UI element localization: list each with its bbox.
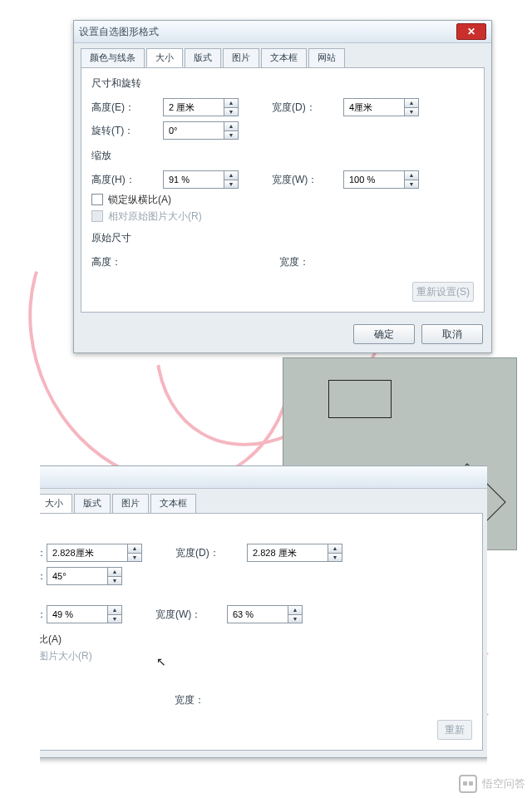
scale-w-label: 宽度(W)： <box>272 173 343 187</box>
width-spinner[interactable]: ▲▼ <box>247 544 342 562</box>
spin-down-icon[interactable]: ▼ <box>405 108 418 116</box>
group-size-rotate: 尺寸和旋转 <box>91 76 474 91</box>
rotation-spinner[interactable]: ▲▼ <box>47 567 122 585</box>
scale-h-input[interactable] <box>47 606 107 623</box>
spin-down-icon[interactable]: ▼ <box>224 131 238 140</box>
scale-w-spinner[interactable]: ▲▼ <box>343 170 419 189</box>
tab-size[interactable]: 大小 <box>146 48 183 67</box>
format-autoshape-dialog: 设置自选图形格式 ✕ 颜色与线条 大小 版式 图片 文本框 网站 尺寸和旋转 高… <box>73 20 492 353</box>
row-lock-aspect: 锁定纵横比(A) <box>91 191 474 208</box>
tab-textbox[interactable]: 文本框 <box>150 494 196 513</box>
window-title: 设置自选图形格式 <box>79 25 456 39</box>
reset-button-fragment: 重新 <box>437 720 472 740</box>
rotation-label: 旋转(T)： <box>91 124 163 138</box>
spin-down-icon[interactable]: ▼ <box>108 577 121 585</box>
rotation-spinner[interactable]: ▲▼ <box>163 121 239 140</box>
row-relative-original: 对原始图片大小(R) <box>40 648 472 664</box>
spin-down-icon[interactable]: ▼ <box>224 108 238 116</box>
height-label-fragment: (E)： <box>40 546 47 560</box>
scale-w-input[interactable] <box>344 171 404 188</box>
tab-layout[interactable]: 版式 <box>185 48 221 67</box>
cancel-button[interactable]: 取消 <box>421 324 483 344</box>
row-original: 高度： 宽度： <box>91 250 474 273</box>
relative-original-label: 相对原始图片大小(R) <box>108 209 202 224</box>
spin-up-icon[interactable]: ▲ <box>224 99 238 108</box>
lock-aspect-label: 锁定纵横比(A) <box>108 193 171 207</box>
relative-original-label-fragment: 对原始图片大小(R) <box>40 649 92 663</box>
height-spinner[interactable]: ▲▼ <box>47 544 142 562</box>
row-relative-original: 相对原始图片大小(R) <box>91 208 474 224</box>
spin-up-icon[interactable]: ▲ <box>405 99 418 108</box>
scale-w-label: 宽度(W)： <box>155 608 227 622</box>
spin-up-icon[interactable]: ▲ <box>224 122 238 131</box>
row-rotation: (T)： ▲▼ <box>40 564 472 588</box>
window-title-fragment: 形格式 <box>40 470 485 485</box>
scale-h-label-fragment: (H)： <box>40 608 47 622</box>
orig-height-label: 高度： <box>91 255 163 269</box>
orig-width-label: 宽度： <box>279 255 351 269</box>
rotation-input[interactable] <box>164 122 224 139</box>
ok-button[interactable]: 确定 <box>353 324 415 344</box>
width-input[interactable] <box>248 544 328 561</box>
rotation-input[interactable] <box>47 568 107 584</box>
tab-strip: 颜色与线条 大小 版式 图片 文本框 网站 <box>74 43 491 67</box>
row-lock-aspect: 定纵横比(A) <box>40 631 472 648</box>
height-input[interactable] <box>47 544 127 561</box>
scale-h-spinner[interactable]: ▲▼ <box>47 605 122 623</box>
orig-width-label: 宽度： <box>175 693 246 707</box>
spin-up-icon[interactable]: ▲ <box>405 171 418 180</box>
width-input[interactable] <box>344 99 404 116</box>
scale-h-input[interactable] <box>164 171 224 188</box>
tab-layout[interactable]: 版式 <box>74 494 111 513</box>
height-spinner[interactable]: ▲▼ <box>163 98 239 116</box>
titlebar: 形格式 <box>40 466 487 489</box>
spin-up-icon[interactable]: ▲ <box>328 544 342 554</box>
attribution: 悟空问答 <box>459 775 525 793</box>
tab-picture[interactable]: 图片 <box>112 494 149 513</box>
cursor-icon: ↖ <box>156 655 166 668</box>
group-original-fragment: 寸 <box>40 669 472 683</box>
tab-size[interactable]: 大小 <box>40 494 72 513</box>
spin-down-icon[interactable]: ▼ <box>288 615 302 623</box>
width-label: 宽度(D)： <box>175 546 247 560</box>
tab-web[interactable]: 网站 <box>308 48 345 67</box>
rotation-label-fragment: (T)： <box>40 569 47 584</box>
size-panel: 尺寸和旋转 (E)： ▲▼ 宽度(D)： ▲▼ (T)： ▲▼ <box>40 513 483 751</box>
spin-up-icon[interactable]: ▲ <box>108 606 121 615</box>
attribution-text: 悟空问答 <box>482 776 525 791</box>
rectangle-shape <box>328 380 392 418</box>
scale-w-spinner[interactable]: ▲▼ <box>227 605 303 623</box>
relative-original-checkbox <box>91 210 103 222</box>
row-scale: (H)： ▲▼ 宽度(W)： ▲▼ <box>40 603 472 626</box>
spin-down-icon[interactable]: ▼ <box>108 615 121 623</box>
wukong-logo-icon <box>459 775 477 793</box>
tab-colors-lines[interactable]: 颜色与线条 <box>81 48 145 67</box>
row-scale: 高度(H)： ▲▼ 宽度(W)： ▲▼ <box>91 168 474 191</box>
close-button[interactable]: ✕ <box>456 23 486 40</box>
spin-down-icon[interactable]: ▼ <box>128 554 141 562</box>
scale-w-input[interactable] <box>228 606 288 623</box>
reset-button: 重新设置(S) <box>412 282 474 302</box>
tab-textbox[interactable]: 文本框 <box>261 48 307 67</box>
height-label: 高度(E)： <box>91 101 163 115</box>
row-height: (E)： ▲▼ 宽度(D)： ▲▼ <box>40 541 472 564</box>
spin-up-icon[interactable]: ▲ <box>128 544 141 554</box>
size-panel: 尺寸和旋转 高度(E)： ▲▼ 宽度(D)： ▲▼ 旋转(T)： ▲▼ 缩放 高… <box>81 67 485 313</box>
width-label: 宽度(D)： <box>272 101 343 115</box>
scale-h-label: 高度(H)： <box>91 173 163 187</box>
tab-picture[interactable]: 图片 <box>223 48 259 67</box>
spin-up-icon[interactable]: ▲ <box>108 568 121 577</box>
lock-aspect-checkbox[interactable] <box>91 194 103 205</box>
group-original: 原始尺寸 <box>91 231 474 245</box>
spin-down-icon[interactable]: ▼ <box>328 554 342 562</box>
group-size-rotate-fragment: 尺寸和旋转 <box>40 522 472 536</box>
scale-h-spinner[interactable]: ▲▼ <box>163 170 239 189</box>
spin-down-icon[interactable]: ▼ <box>224 180 238 189</box>
spin-up-icon[interactable]: ▲ <box>224 171 238 180</box>
tab-strip: 线条 大小 版式 图片 文本框 <box>40 489 487 513</box>
spin-down-icon[interactable]: ▼ <box>405 180 418 189</box>
group-scale: 缩放 <box>91 149 474 163</box>
spin-up-icon[interactable]: ▲ <box>288 606 302 615</box>
height-input[interactable] <box>164 99 224 116</box>
width-spinner[interactable]: ▲▼ <box>343 98 419 116</box>
